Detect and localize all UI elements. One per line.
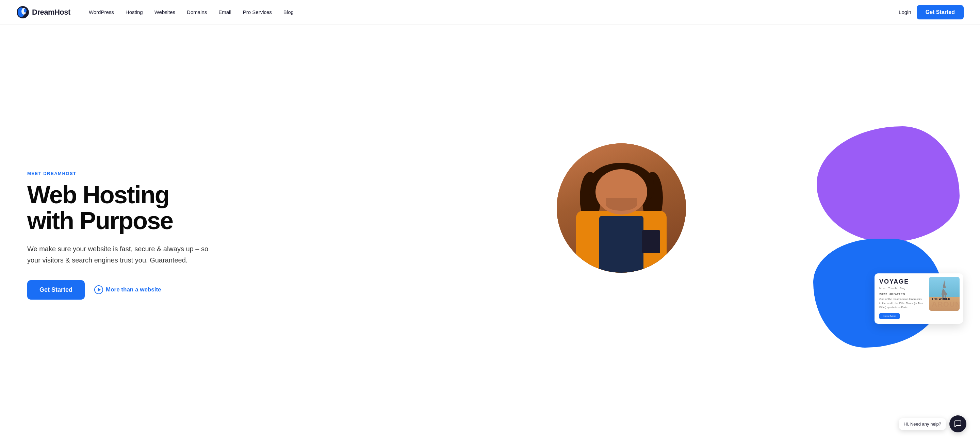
- voyage-image: THE WORLD AROUND: [929, 277, 959, 311]
- nav-actions: Login Get Started: [899, 5, 964, 19]
- chat-bubble: Hi. Need any help?: [899, 418, 946, 430]
- smile: [606, 198, 637, 211]
- svg-rect-7: [942, 294, 947, 295]
- world-around-overlay: THE WORLD AROUND: [932, 297, 957, 308]
- hero-buttons: Get Started More than a website: [27, 280, 536, 299]
- hero-subtitle: We make sure your website is fast, secur…: [27, 244, 218, 266]
- more-than-website-link[interactable]: More than a website: [94, 285, 161, 294]
- eiffel-tower-svg: [940, 280, 948, 299]
- play-triangle: [98, 288, 101, 292]
- more-link-label: More than a website: [106, 286, 161, 293]
- around-label: AROUND: [932, 301, 957, 308]
- nav-get-started-button[interactable]: Get Started: [917, 5, 964, 19]
- svg-rect-5: [943, 287, 946, 288]
- chat-icon: [954, 420, 962, 428]
- apron: [599, 216, 643, 273]
- nav-links: WordPress Hosting Websites Domains Email…: [84, 6, 899, 18]
- svg-point-3: [24, 8, 27, 13]
- nav-item-pro-services[interactable]: Pro Services: [238, 6, 277, 18]
- dreamhost-logo-icon: [16, 6, 29, 19]
- nav-item-domains[interactable]: Domains: [182, 6, 212, 18]
- logo-link[interactable]: DreamHost: [16, 6, 70, 19]
- login-link[interactable]: Login: [899, 9, 911, 15]
- voyage-card-inner: VOYAGE More Travels Blog 2022 UPDATES On…: [879, 278, 958, 319]
- chat-widget: Hi. Need any help?: [899, 415, 966, 432]
- hero-title-line1: Web Hosting: [27, 181, 169, 209]
- hero-person-image: [557, 143, 686, 273]
- voyage-card-nav: More Travels Blog: [879, 287, 924, 290]
- voyage-body-text: One of the most famous landmarks in the …: [879, 297, 924, 309]
- hero-get-started-button[interactable]: Get Started: [27, 280, 85, 299]
- voyage-card: × VOYAGE More Travels Blog 2022 UPDATES …: [875, 273, 963, 324]
- navbar: DreamHost WordPress Hosting Websites Dom…: [0, 0, 980, 24]
- voyage-card-title: VOYAGE: [879, 278, 924, 285]
- hero-title: Web Hosting with Purpose: [27, 182, 536, 234]
- nav-item-websites[interactable]: Websites: [150, 6, 180, 18]
- hero-title-line2: with Purpose: [27, 207, 173, 234]
- person-illustration: [557, 143, 686, 273]
- purple-blob: [817, 126, 959, 242]
- svg-marker-6: [942, 288, 947, 294]
- voyage-nav-blog[interactable]: Blog: [900, 287, 905, 290]
- voyage-nav-travels[interactable]: Travels: [888, 287, 897, 290]
- chat-button[interactable]: [950, 415, 966, 432]
- nav-item-hosting[interactable]: Hosting: [121, 6, 148, 18]
- meet-label: MEET DREAMHOST: [27, 171, 536, 176]
- play-icon: [94, 285, 103, 294]
- hero-right: × VOYAGE More Travels Blog 2022 UPDATES …: [536, 137, 953, 334]
- nav-item-email[interactable]: Email: [214, 6, 236, 18]
- nav-item-blog[interactable]: Blog: [279, 6, 298, 18]
- voyage-nav-more[interactable]: More: [879, 287, 885, 290]
- phone: [642, 230, 660, 253]
- hero-left: MEET DREAMHOST Web Hosting with Purpose …: [27, 171, 536, 299]
- nav-item-wordpress[interactable]: WordPress: [84, 6, 119, 18]
- voyage-update-label: 2022 UPDATES: [879, 293, 924, 296]
- svg-marker-4: [943, 280, 946, 287]
- logo-text: DreamHost: [32, 8, 70, 17]
- hero-section: MEET DREAMHOST Web Hosting with Purpose …: [0, 24, 980, 446]
- voyage-know-more-button[interactable]: Know More: [879, 313, 900, 319]
